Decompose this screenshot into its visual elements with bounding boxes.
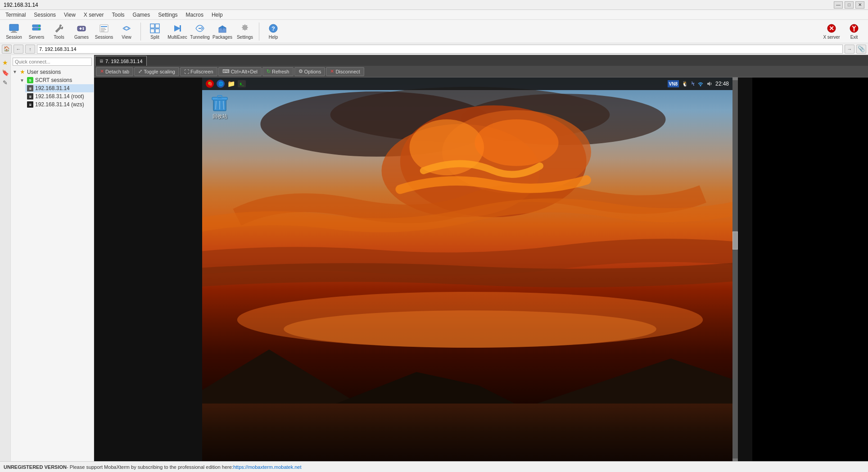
session-area: 🖥 7. 192.168.31.14 ✕ Detach tab ⤢ Toggle… — [94, 55, 868, 461]
fullscreen-button[interactable]: ⛶ Fullscreen — [180, 67, 217, 76]
scrt-sessions-label: SCRT sessions — [35, 77, 72, 83]
menu-xserver[interactable]: X server — [80, 11, 108, 19]
folder-taskbar-icon[interactable]: 📁 — [227, 80, 235, 87]
toolbar-xserver[interactable]: ✕ X server — [821, 22, 842, 41]
toolbar-servers[interactable]: Servers — [26, 22, 47, 41]
tab-icon: 🖥 — [99, 59, 104, 64]
sidebar-item-user-sessions[interactable]: ▼ ★ User sessions — [11, 68, 94, 76]
help-label: Help — [269, 35, 278, 40]
menu-macros[interactable]: Macros — [182, 11, 207, 19]
remote-scrollbar[interactable] — [732, 77, 738, 461]
toolbar-help[interactable]: ? Help — [263, 22, 284, 41]
pen-button[interactable]: ✎ — [1, 78, 9, 86]
svg-rect-9 — [80, 28, 82, 29]
attachment-button[interactable]: 📎 — [856, 45, 866, 54]
session-icon — [9, 23, 19, 34]
scroll-down[interactable] — [732, 458, 738, 461]
disconnect-label: Disconnect — [335, 69, 360, 74]
toolbar: Session Servers Tools — [0, 20, 868, 43]
sessions-label: Sessions — [95, 35, 113, 40]
servers-label: Servers — [29, 35, 44, 40]
host3-label: 192.168.31.14 (wzs) — [35, 101, 84, 108]
toolbar-split[interactable]: Split — [145, 22, 165, 41]
vnc-badge: VN8 — [668, 80, 679, 87]
multiexec-label: MultiExec — [167, 35, 187, 40]
xserver-icon: ✕ — [826, 23, 837, 34]
scroll-thumb[interactable] — [732, 231, 738, 250]
tab-session1[interactable]: 🖥 7. 192.168.31.14 — [95, 56, 147, 66]
quick-connect-input[interactable] — [13, 58, 92, 66]
menu-sessions[interactable]: Sessions — [30, 11, 59, 19]
toolbar-multiexec[interactable]: MultiExec — [167, 22, 188, 41]
menu-settings[interactable]: Settings — [154, 11, 181, 19]
status-bar: UNREGISTERED VERSION - Please support Mo… — [0, 461, 868, 472]
options-label: Options — [304, 69, 321, 74]
recycle-bin-icon[interactable]: 回收站 — [210, 93, 229, 120]
maximize-button[interactable]: □ — [845, 1, 854, 9]
split-label: Split — [150, 35, 159, 40]
settings-icon — [240, 23, 250, 34]
options-button[interactable]: ⚙ Options — [294, 67, 326, 76]
svg-marker-22 — [174, 25, 181, 32]
toolbar-sessions[interactable]: Sessions — [94, 22, 114, 41]
menu-games[interactable]: Games — [129, 11, 154, 19]
sidebar-item-host1[interactable]: 🖥 192.168.31.14 — [25, 84, 94, 92]
sessions-icon — [99, 23, 109, 34]
home-button[interactable]: 🏠 — [2, 45, 12, 54]
minimize-button[interactable]: — — [834, 1, 843, 9]
toggle-scaling-label: Toggle scaling — [144, 69, 175, 74]
toolbar-view[interactable]: View — [116, 22, 137, 41]
svg-rect-47 — [217, 95, 222, 98]
globe-taskbar-icon[interactable]: 🌐 — [217, 80, 225, 88]
packages-label: Packages — [212, 35, 232, 40]
svg-marker-44 — [707, 82, 710, 86]
sidebar-item-scrt[interactable]: ▼ S SCRT sessions — [18, 76, 94, 84]
svg-point-42 — [284, 310, 656, 348]
refresh-button[interactable]: ↻ Refresh — [262, 67, 294, 76]
games-label: Games — [74, 35, 89, 40]
rpi-taskbar-icon[interactable]: 🍓 — [206, 80, 214, 88]
toolbar-games[interactable]: Games — [71, 22, 92, 41]
svg-rect-18 — [150, 24, 154, 28]
toolbar-right: ✕ X server Exit — [821, 22, 864, 41]
forward-button[interactable]: → — [845, 45, 854, 54]
menu-terminal[interactable]: Terminal — [2, 11, 29, 19]
svg-rect-20 — [150, 29, 154, 33]
tab-bar: 🖥 7. 192.168.31.14 — [94, 55, 868, 66]
svg-rect-21 — [155, 29, 159, 33]
toolbar-packages[interactable]: Packages — [212, 22, 233, 41]
menu-tools[interactable]: Tools — [108, 11, 128, 19]
svg-rect-23 — [180, 25, 181, 32]
back-button[interactable]: ← — [14, 45, 23, 54]
toolbar-tools[interactable]: Tools — [49, 22, 69, 41]
host2-icon: 🖥 — [27, 93, 33, 100]
menu-bar: Terminal Sessions View X server Tools Ga… — [0, 10, 868, 20]
star-button[interactable]: ★ — [1, 59, 9, 67]
close-button[interactable]: ✕ — [855, 1, 864, 9]
remote-taskbar: 🍓 🌐 📁 $_ VN8 — [202, 77, 732, 90]
remote-clock: 22:48 — [715, 81, 729, 87]
menu-help[interactable]: Help — [208, 11, 226, 19]
bookmark-button[interactable]: 🔖 — [1, 68, 9, 77]
toolbar-session[interactable]: Session — [4, 22, 24, 41]
sidebar-item-host3[interactable]: 🖥 192.168.31.14 (wzs) — [25, 100, 94, 109]
toolbar-tunneling[interactable]: Tunneling — [190, 22, 210, 41]
status-link[interactable]: https://mobaxterm.mobatek.net — [233, 464, 302, 470]
status-prefix: UNREGISTERED VERSION — [4, 464, 67, 470]
menu-view[interactable]: View — [60, 11, 79, 19]
detach-tab-button[interactable]: ✕ Detach tab — [96, 67, 133, 76]
host3-icon: 🖥 — [27, 101, 33, 108]
bluetooth-icon: Ϟ — [691, 81, 695, 87]
ctrl-alt-del-button[interactable]: ⌨ Ctrl+Alt+Del — [218, 67, 262, 76]
refresh-icon: ↻ — [267, 68, 271, 74]
toolbar-exit[interactable]: Exit — [844, 22, 864, 41]
toggle-scaling-button[interactable]: ⤢ Toggle scaling — [134, 67, 179, 76]
recycle-bin-graphic — [210, 93, 229, 112]
address-input[interactable] — [37, 45, 843, 54]
sidebar-item-host2[interactable]: 🖥 192.168.31.14 (root) — [25, 92, 94, 100]
up-button[interactable]: ↑ — [25, 45, 35, 54]
terminal-taskbar-icon[interactable]: $_ — [238, 80, 246, 87]
settings-label: Settings — [237, 35, 253, 40]
toolbar-settings[interactable]: Settings — [235, 22, 255, 41]
disconnect-button[interactable]: ✕ Disconnect — [326, 67, 364, 76]
